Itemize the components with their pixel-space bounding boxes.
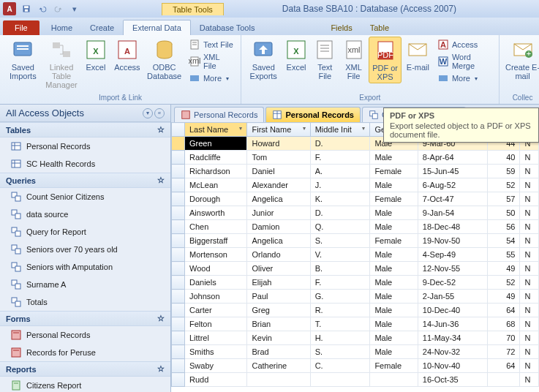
- table-cell[interactable]: V.: [310, 248, 370, 262]
- table-cell[interactable]: Littrel: [185, 331, 247, 345]
- row-selector[interactable]: [172, 331, 185, 345]
- table-row[interactable]: LittrelKevinH.Male11-May-3470N: [172, 331, 539, 345]
- row-selector[interactable]: [172, 165, 185, 178]
- table-cell[interactable]: N: [520, 331, 539, 345]
- column-header[interactable]: Date of Birth▾: [418, 123, 487, 137]
- tab-external-data[interactable]: External Data: [123, 20, 191, 35]
- column-header[interactable]: Last Name▾: [185, 123, 247, 137]
- select-all-cell[interactable]: [172, 123, 185, 137]
- save-icon[interactable]: [19, 2, 34, 15]
- import-more-button[interactable]: More▾: [186, 72, 236, 85]
- table-cell[interactable]: 72: [487, 345, 520, 359]
- table-cell[interactable]: 18-Dec-48: [418, 220, 487, 234]
- table-cell[interactable]: N: [520, 345, 539, 359]
- nav-item[interactable]: Personal Records: [0, 326, 170, 344]
- table-cell[interactable]: Male: [370, 331, 418, 345]
- table-cell[interactable]: Female: [370, 192, 418, 206]
- table-cell[interactable]: Felton: [185, 317, 247, 331]
- table-row[interactable]: BiggerstaffAngelicaS.Female19-Nov-5054N: [172, 234, 539, 248]
- table-row[interactable]: SwabyCatherineC.Female10-Nov-4064N: [172, 359, 539, 373]
- table-cell[interactable]: Daniels: [185, 276, 247, 290]
- export-more-button[interactable]: More▾: [434, 72, 494, 85]
- export-access-button[interactable]: AAccess: [434, 38, 494, 51]
- export-excel-button[interactable]: X Excel: [282, 37, 309, 73]
- dropdown-icon[interactable]: ▾: [362, 125, 365, 132]
- tab-fields[interactable]: Fields: [322, 20, 361, 35]
- table-cell[interactable]: C.: [310, 359, 370, 373]
- dropdown-icon[interactable]: ▾: [303, 125, 306, 132]
- table-cell[interactable]: N: [520, 178, 539, 192]
- dropdown-icon[interactable]: ▾: [531, 127, 534, 133]
- table-row[interactable]: RadcliffeTomF.Male8-Apr-6440N: [172, 151, 539, 165]
- table-cell[interactable]: Brian: [247, 317, 310, 331]
- table-cell[interactable]: 44: [487, 137, 520, 151]
- table-cell[interactable]: Brad: [247, 345, 310, 359]
- row-selector[interactable]: [172, 304, 185, 317]
- table-cell[interactable]: Smiths: [185, 345, 247, 359]
- table-row[interactable]: WoodOliverB.Male12-Nov-5549N: [172, 262, 539, 276]
- table-cell[interactable]: Alexander: [247, 178, 310, 192]
- nav-item[interactable]: data source: [0, 206, 170, 223]
- tab-create[interactable]: Create: [81, 20, 123, 35]
- table-cell[interactable]: Kevin: [247, 331, 310, 345]
- table-cell[interactable]: N: [520, 290, 539, 304]
- table-cell[interactable]: Male: [370, 206, 418, 220]
- row-selector[interactable]: [172, 220, 185, 234]
- table-cell[interactable]: 9-Dec-52: [418, 276, 487, 290]
- table-cell[interactable]: 7-Oct-47: [418, 192, 487, 206]
- table-cell[interactable]: Male: [370, 304, 418, 317]
- tab-home[interactable]: Home: [42, 20, 81, 35]
- table-cell[interactable]: Male: [370, 178, 418, 192]
- table-cell[interactable]: Male: [370, 317, 418, 331]
- row-selector[interactable]: [172, 345, 185, 359]
- nav-pane-header[interactable]: All Access Objects ▾ «: [0, 105, 170, 122]
- nav-dropdown-icon[interactable]: ▾: [143, 108, 153, 118]
- datasheet-grid[interactable]: Last Name▾First Name▾Middle Init▾Gender▾…: [171, 122, 539, 392]
- table-cell[interactable]: 10-Nov-40: [418, 359, 487, 373]
- table-row[interactable]: DanielsElijahF.Male9-Dec-5252N: [172, 276, 539, 290]
- dropdown-icon[interactable]: ▾: [410, 125, 413, 132]
- table-cell[interactable]: A.: [310, 165, 370, 178]
- table-cell[interactable]: 12-Nov-55: [418, 262, 487, 276]
- table-row[interactable]: CarterGregR.Male10-Dec-4064N: [172, 304, 539, 317]
- row-selector[interactable]: [172, 151, 185, 165]
- row-selector[interactable]: [172, 317, 185, 331]
- table-cell[interactable]: McLean: [185, 178, 247, 192]
- export-xml-file-button[interactable]: xml XML File: [340, 37, 367, 82]
- table-cell[interactable]: N: [520, 359, 539, 373]
- row-selector[interactable]: [172, 248, 185, 262]
- table-row[interactable]: Rudd16-Oct-35N: [172, 373, 539, 387]
- table-cell[interactable]: Carter: [185, 304, 247, 317]
- table-row[interactable]: AinsworthJuniorD.Male9-Jan-5450N: [172, 206, 539, 220]
- email-button[interactable]: E-mail: [403, 37, 433, 73]
- table-cell[interactable]: N: [520, 248, 539, 262]
- table-cell[interactable]: Female: [370, 234, 418, 248]
- table-cell[interactable]: 10-Dec-40: [418, 304, 487, 317]
- nav-item[interactable]: Count Senior Citizens: [0, 188, 170, 206]
- table-cell[interactable]: 4-Sep-49: [418, 248, 487, 262]
- table-cell[interactable]: 64: [487, 359, 520, 373]
- table-cell[interactable]: H.: [310, 331, 370, 345]
- table-cell[interactable]: 24-Nov-32: [418, 345, 487, 359]
- table-cell[interactable]: 59: [487, 165, 520, 178]
- nav-item[interactable]: Records for Peruse: [0, 344, 170, 361]
- table-cell[interactable]: [247, 373, 310, 387]
- table-cell[interactable]: N: [520, 304, 539, 317]
- nav-item[interactable]: Citizens Report: [0, 377, 170, 392]
- table-cell[interactable]: N: [520, 192, 539, 206]
- table-cell[interactable]: Male: [370, 290, 418, 304]
- row-selector[interactable]: [172, 234, 185, 248]
- column-header[interactable]: Middle Init▾: [310, 123, 370, 137]
- table-cell[interactable]: Q.: [310, 220, 370, 234]
- table-cell[interactable]: T.: [310, 317, 370, 331]
- column-header[interactable]: Age▾: [487, 123, 520, 137]
- table-cell[interactable]: Tom: [247, 151, 310, 165]
- import-xml-file-button[interactable]: xmlXML File: [186, 52, 236, 71]
- table-cell[interactable]: N: [520, 137, 539, 151]
- table-cell[interactable]: 55: [487, 248, 520, 262]
- table-row[interactable]: JohnsonPaulG.Male2-Jan-5549N: [172, 290, 539, 304]
- saved-exports-button[interactable]: Saved Exports: [246, 37, 281, 82]
- table-cell[interactable]: N: [520, 234, 539, 248]
- table-cell[interactable]: 14-Jun-36: [418, 317, 487, 331]
- column-header[interactable]: ▾: [520, 123, 539, 137]
